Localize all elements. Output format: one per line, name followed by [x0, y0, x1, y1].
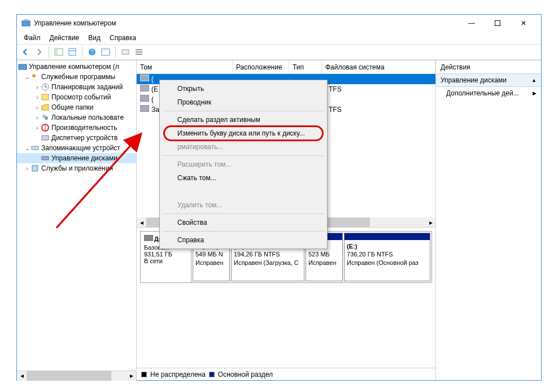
- menu-help[interactable]: Справка: [105, 33, 141, 43]
- view-button[interactable]: [99, 46, 112, 58]
- svg-point-19: [45, 116, 48, 120]
- tree-scheduler[interactable]: › Планировщик заданий: [17, 82, 136, 92]
- app-icon: [21, 19, 30, 28]
- cm-change-letter[interactable]: Изменить букву диска или путь к диску...: [162, 127, 325, 140]
- partition[interactable]: (E:) 736,20 ГБ NTFS Исправен (Основной р…: [344, 233, 430, 281]
- volume-icon: [140, 85, 149, 94]
- expand-icon[interactable]: ›: [24, 165, 30, 172]
- actions-more[interactable]: Дополнительные дей... ▶: [436, 87, 541, 99]
- expand-icon[interactable]: ›: [34, 115, 41, 121]
- actions-header: Действия: [436, 60, 541, 74]
- legend-swatch-primary: [209, 372, 215, 377]
- expand-icon[interactable]: ⌄: [24, 74, 30, 80]
- volume-icon: [140, 75, 149, 84]
- context-menu: Открыть Проводник Сделать раздел активны…: [159, 80, 328, 249]
- col-type[interactable]: Тип: [289, 60, 322, 73]
- tree-storage[interactable]: ⌄ Запоминающие устройст: [17, 143, 136, 153]
- titlebar: Управление компьютером — ✕: [17, 15, 541, 32]
- cm-delete: Удалить том...: [162, 198, 325, 212]
- cm-extend: Расширить том...: [162, 158, 325, 171]
- tree-devmgr[interactable]: Диспетчер устройств: [17, 133, 136, 143]
- services-icon: [30, 164, 40, 173]
- col-layout[interactable]: Расположение: [233, 60, 289, 73]
- legend-unallocated: Не распределена: [150, 371, 206, 378]
- svg-rect-11: [122, 50, 129, 54]
- menu-action[interactable]: Действие: [45, 33, 84, 43]
- tree-performance[interactable]: › Производительность: [17, 123, 136, 133]
- svg-text:?: ?: [90, 49, 94, 55]
- scroll-left-button[interactable]: ◂: [137, 217, 146, 227]
- tree-shared[interactable]: › Общие папки: [17, 102, 136, 112]
- forward-button[interactable]: [33, 46, 45, 58]
- volume-icon: [140, 95, 149, 104]
- menu-view[interactable]: Вид: [84, 33, 105, 43]
- cm-mirror: [162, 185, 325, 198]
- svg-rect-13: [136, 51, 142, 53]
- volume-icon: [140, 105, 149, 114]
- scroll-right-button[interactable]: ▸: [426, 217, 435, 227]
- actions-section-diskmgmt[interactable]: Управление дисками ▲: [436, 74, 541, 87]
- menu-file[interactable]: Файл: [19, 33, 45, 43]
- svg-rect-25: [32, 165, 38, 171]
- svg-rect-22: [42, 136, 49, 140]
- legend-swatch-unallocated: [141, 372, 147, 377]
- svg-rect-17: [42, 94, 49, 100]
- clock-icon: [41, 82, 50, 92]
- cm-help[interactable]: Справка: [162, 233, 325, 247]
- svg-rect-27: [140, 85, 149, 92]
- list-button[interactable]: [133, 46, 145, 58]
- svg-rect-2: [495, 21, 500, 26]
- tree-utilities[interactable]: ⌄ Служебные программы: [17, 72, 136, 82]
- close-button[interactable]: ✕: [511, 15, 537, 32]
- actions-pane: Действия Управление дисками ▲ Дополнител…: [436, 60, 541, 380]
- tree-users[interactable]: › Локальные пользовате: [17, 112, 136, 123]
- tree-services[interactable]: › Службы и приложения: [17, 163, 136, 173]
- svg-rect-28: [140, 95, 149, 102]
- expand-icon[interactable]: ›: [34, 104, 41, 111]
- scroll-right-button[interactable]: ▸: [127, 371, 136, 381]
- legend-primary: Основной раздел: [218, 371, 273, 378]
- properties-button[interactable]: [66, 46, 79, 58]
- back-button[interactable]: [19, 46, 32, 58]
- cm-properties[interactable]: Свойства: [162, 216, 325, 229]
- help-button[interactable]: ?: [86, 46, 98, 58]
- tree-eventviewer[interactable]: › Просмотр событий: [17, 92, 136, 102]
- svg-rect-4: [55, 49, 58, 55]
- wrench-icon: [30, 72, 40, 81]
- settings-button[interactable]: [119, 46, 132, 58]
- svg-rect-1: [24, 19, 28, 21]
- svg-rect-23: [32, 146, 38, 150]
- folder-icon: [41, 103, 50, 112]
- col-fs[interactable]: Файловая система: [322, 60, 435, 73]
- performance-icon: [41, 123, 50, 132]
- tree-root[interactable]: Управление компьютером (л: [17, 62, 136, 72]
- collapse-icon: ▲: [531, 77, 537, 83]
- cm-open[interactable]: Открыть: [162, 82, 325, 95]
- cm-explorer[interactable]: Проводник: [162, 95, 325, 109]
- cm-format: рматировать...: [162, 140, 325, 154]
- expand-icon[interactable]: ›: [34, 125, 41, 131]
- tree-scrollbar-horizontal[interactable]: ◂ ▸: [17, 371, 136, 380]
- storage-icon: [30, 143, 40, 153]
- expand-icon[interactable]: ⌄: [24, 145, 30, 151]
- minimize-button[interactable]: —: [459, 15, 485, 32]
- device-icon: [41, 133, 50, 142]
- svg-rect-12: [136, 49, 142, 50]
- cm-shrink[interactable]: Сжать том...: [162, 171, 325, 185]
- svg-rect-29: [140, 105, 149, 112]
- svg-rect-15: [19, 64, 27, 69]
- users-icon: [41, 113, 50, 122]
- scroll-thumb[interactable]: [27, 371, 111, 381]
- disk-icon: [144, 235, 153, 244]
- col-volume[interactable]: Том: [137, 60, 233, 73]
- disk-icon: [41, 154, 50, 163]
- svg-rect-5: [69, 49, 76, 55]
- cm-make-active[interactable]: Сделать раздел активным: [162, 113, 325, 127]
- window-title: Управление компьютером: [34, 19, 116, 27]
- scroll-left-button[interactable]: ◂: [17, 371, 27, 381]
- expand-icon[interactable]: ›: [34, 84, 41, 90]
- maximize-button[interactable]: [485, 15, 511, 32]
- tree-diskmgmt[interactable]: Управление дисками: [17, 153, 136, 163]
- expand-icon[interactable]: ›: [34, 94, 41, 101]
- show-hide-tree-button[interactable]: [53, 46, 65, 58]
